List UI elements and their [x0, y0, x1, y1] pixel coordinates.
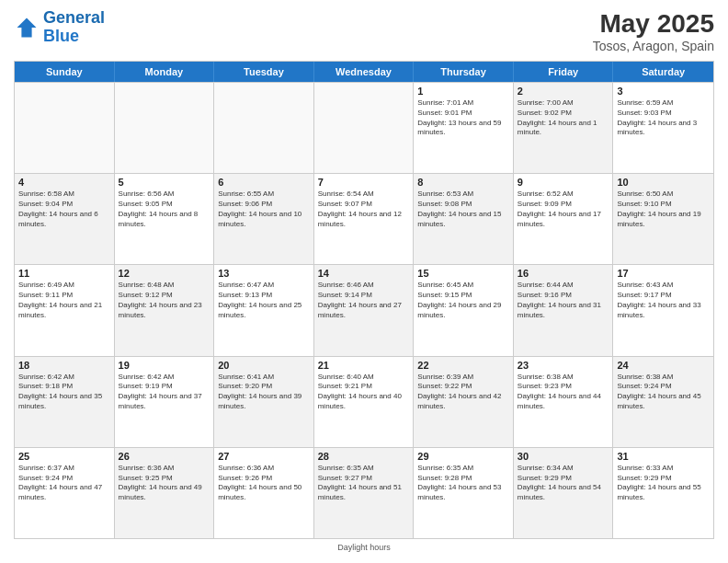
sunrise-text: Sunrise: 6:46 AM — [318, 281, 410, 291]
day-number: 8 — [417, 177, 509, 188]
sunrise-text: Sunrise: 6:56 AM — [119, 190, 210, 200]
sunrise-text: Sunrise: 6:39 AM — [417, 373, 509, 383]
dow-sunday: Sunday — [15, 62, 115, 82]
sunset-text: Sunset: 9:08 PM — [417, 200, 509, 210]
sunset-text: Sunset: 9:02 PM — [518, 109, 609, 119]
day-number: 21 — [318, 360, 410, 371]
daylight-text: Daylight: 14 hours and 25 minutes. — [218, 301, 310, 321]
sunrise-text: Sunrise: 6:44 AM — [518, 281, 609, 291]
sunset-text: Sunset: 9:29 PM — [518, 474, 609, 484]
sunset-text: Sunset: 9:29 PM — [617, 474, 710, 484]
daylight-text: Daylight: 14 hours and 50 minutes. — [218, 483, 310, 503]
calendar-cell: 23 Sunrise: 6:38 AM Sunset: 9:23 PM Dayl… — [514, 357, 614, 447]
day-number: 19 — [119, 360, 210, 371]
daylight-text: Daylight: 14 hours and 39 minutes. — [218, 392, 310, 412]
sunrise-text: Sunrise: 6:53 AM — [417, 190, 509, 200]
calendar-week-3: 11 Sunrise: 6:49 AM Sunset: 9:11 PM Dayl… — [15, 264, 713, 355]
daylight-text: Daylight: 14 hours and 12 minutes. — [318, 210, 410, 230]
calendar-cell: 16 Sunrise: 6:44 AM Sunset: 9:16 PM Dayl… — [514, 265, 614, 355]
daylight-text: Daylight: 14 hours and 15 minutes. — [417, 210, 509, 230]
calendar-cell: 30 Sunrise: 6:34 AM Sunset: 9:29 PM Dayl… — [514, 448, 614, 538]
logo-general: General — [43, 8, 105, 27]
sunrise-text: Sunrise: 6:36 AM — [119, 464, 210, 474]
sunrise-text: Sunrise: 6:37 AM — [18, 464, 110, 474]
daylight-text: Daylight: 14 hours and 23 minutes. — [119, 301, 210, 321]
sunset-text: Sunset: 9:28 PM — [417, 474, 509, 484]
sunset-text: Sunset: 9:03 PM — [617, 109, 710, 119]
calendar-cell: 15 Sunrise: 6:45 AM Sunset: 9:15 PM Dayl… — [414, 265, 514, 355]
dow-thursday: Thursday — [414, 62, 514, 82]
sunrise-text: Sunrise: 6:52 AM — [518, 190, 609, 200]
day-number: 30 — [518, 451, 609, 462]
sunrise-text: Sunrise: 6:48 AM — [119, 281, 210, 291]
page: General Blue May 2025 Tosos, Aragon, Spa… — [0, 0, 728, 563]
sunset-text: Sunset: 9:04 PM — [18, 200, 110, 210]
calendar-cell: 7 Sunrise: 6:54 AM Sunset: 9:07 PM Dayli… — [314, 174, 415, 264]
sunrise-text: Sunrise: 6:50 AM — [617, 190, 710, 200]
calendar-cell: 6 Sunrise: 6:55 AM Sunset: 9:06 PM Dayli… — [214, 174, 314, 264]
sunrise-text: Sunrise: 7:00 AM — [518, 98, 609, 109]
calendar-cell: 24 Sunrise: 6:38 AM Sunset: 9:24 PM Dayl… — [613, 357, 713, 447]
calendar-cell: 5 Sunrise: 6:56 AM Sunset: 9:05 PM Dayli… — [115, 174, 215, 264]
day-number: 20 — [218, 360, 310, 371]
calendar-cell: 21 Sunrise: 6:40 AM Sunset: 9:21 PM Dayl… — [314, 357, 415, 447]
sunrise-text: Sunrise: 6:35 AM — [318, 464, 410, 474]
calendar-cell — [15, 83, 115, 173]
sunrise-text: Sunrise: 6:47 AM — [218, 281, 310, 291]
page-title: May 2025 — [593, 9, 714, 39]
calendar-body: 1 Sunrise: 7:01 AM Sunset: 9:01 PM Dayli… — [15, 82, 713, 538]
dow-monday: Monday — [115, 62, 215, 82]
day-number: 7 — [318, 177, 410, 188]
daylight-text: Daylight: 14 hours and 27 minutes. — [318, 301, 410, 321]
sunrise-text: Sunrise: 6:42 AM — [119, 373, 210, 383]
logo-blue: Blue — [43, 27, 79, 45]
calendar-week-1: 1 Sunrise: 7:01 AM Sunset: 9:01 PM Dayli… — [15, 82, 713, 173]
calendar-header: Sunday Monday Tuesday Wednesday Thursday… — [15, 62, 713, 82]
daylight-text: Daylight: 14 hours and 10 minutes. — [218, 210, 310, 230]
daylight-text: Daylight: 14 hours and 37 minutes. — [119, 392, 210, 412]
sunrise-text: Sunrise: 6:40 AM — [318, 373, 410, 383]
daylight-text: Daylight: 14 hours and 17 minutes. — [518, 210, 609, 230]
sunset-text: Sunset: 9:21 PM — [318, 382, 410, 392]
dow-wednesday: Wednesday — [314, 62, 415, 82]
sunset-text: Sunset: 9:12 PM — [119, 291, 210, 301]
calendar-cell: 28 Sunrise: 6:35 AM Sunset: 9:27 PM Dayl… — [314, 448, 415, 538]
sunrise-text: Sunrise: 6:34 AM — [518, 464, 609, 474]
day-number: 25 — [18, 451, 110, 462]
sunset-text: Sunset: 9:24 PM — [617, 382, 710, 392]
calendar-cell: 25 Sunrise: 6:37 AM Sunset: 9:24 PM Dayl… — [15, 448, 115, 538]
calendar-cell: 29 Sunrise: 6:35 AM Sunset: 9:28 PM Dayl… — [414, 448, 514, 538]
daylight-text: Daylight: 14 hours and 35 minutes. — [18, 392, 110, 412]
calendar-cell: 2 Sunrise: 7:00 AM Sunset: 9:02 PM Dayli… — [514, 83, 614, 173]
daylight-text: Daylight: 14 hours and 54 minutes. — [518, 483, 609, 503]
sunset-text: Sunset: 9:16 PM — [518, 291, 609, 301]
calendar-cell: 1 Sunrise: 7:01 AM Sunset: 9:01 PM Dayli… — [414, 83, 514, 173]
logo: General Blue — [14, 9, 105, 46]
sunrise-text: Sunrise: 6:41 AM — [218, 373, 310, 383]
title-block: May 2025 Tosos, Aragon, Spain — [593, 9, 714, 53]
calendar-cell: 18 Sunrise: 6:42 AM Sunset: 9:18 PM Dayl… — [15, 357, 115, 447]
daylight-text: Daylight: 14 hours and 1 minute. — [518, 119, 609, 139]
page-subtitle: Tosos, Aragon, Spain — [593, 39, 714, 53]
daylight-text: Daylight: 14 hours and 19 minutes. — [617, 210, 710, 230]
day-number: 4 — [18, 177, 110, 188]
sunset-text: Sunset: 9:09 PM — [518, 200, 609, 210]
sunrise-text: Sunrise: 6:36 AM — [218, 464, 310, 474]
calendar-week-4: 18 Sunrise: 6:42 AM Sunset: 9:18 PM Dayl… — [15, 356, 713, 447]
sunrise-text: Sunrise: 7:01 AM — [417, 98, 509, 109]
day-number: 26 — [119, 451, 210, 462]
day-number: 9 — [518, 177, 609, 188]
daylight-text: Daylight: 13 hours and 59 minutes. — [417, 119, 509, 139]
calendar-week-5: 25 Sunrise: 6:37 AM Sunset: 9:24 PM Dayl… — [15, 447, 713, 538]
sunrise-text: Sunrise: 6:54 AM — [318, 190, 410, 200]
day-number: 29 — [417, 451, 509, 462]
calendar-cell — [115, 83, 215, 173]
day-number: 23 — [518, 360, 609, 371]
calendar-cell: 10 Sunrise: 6:50 AM Sunset: 9:10 PM Dayl… — [613, 174, 713, 264]
daylight-text: Daylight: 14 hours and 51 minutes. — [318, 483, 410, 503]
daylight-text: Daylight: 14 hours and 6 minutes. — [18, 210, 110, 230]
day-number: 16 — [518, 268, 609, 279]
sunset-text: Sunset: 9:07 PM — [318, 200, 410, 210]
calendar-cell: 20 Sunrise: 6:41 AM Sunset: 9:20 PM Dayl… — [214, 357, 314, 447]
day-number: 31 — [617, 451, 710, 462]
